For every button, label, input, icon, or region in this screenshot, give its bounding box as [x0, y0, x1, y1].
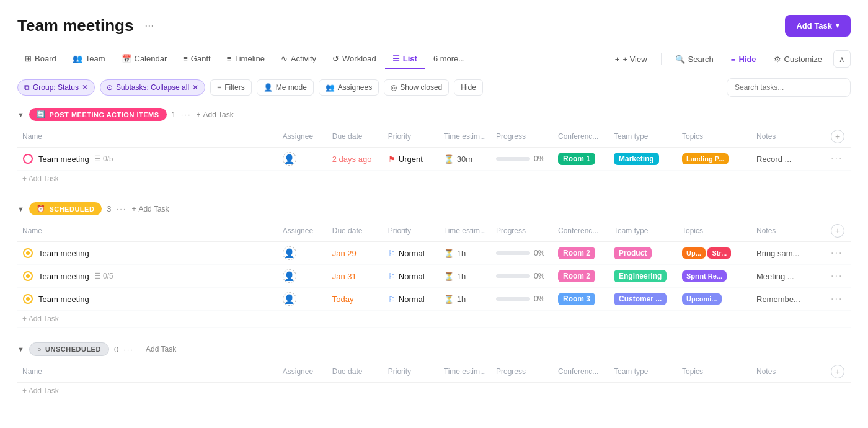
task-priority-cell[interactable]: ⚐ Normal	[383, 288, 439, 311]
filters-button[interactable]: ≡ Filters	[210, 79, 252, 96]
task-actions-cell[interactable]: ···	[826, 242, 851, 265]
section-header-post_meeting[interactable]: ▼ 🔄 POST MEETING ACTION ITEMS 1 ··· + Ad…	[17, 108, 851, 121]
tab-more[interactable]: 6 more...	[426, 49, 472, 69]
task-time-cell[interactable]: ⏳ 1h	[439, 288, 491, 311]
me-mode-button[interactable]: 👤 Me mode	[257, 79, 314, 96]
task-priority-cell[interactable]: ⚐ Normal	[383, 242, 439, 265]
section-dots-scheduled[interactable]: ···	[117, 204, 127, 213]
tab-board[interactable]: ⊞ Board	[17, 49, 64, 69]
add-task-row-scheduled[interactable]: + Add Task	[17, 311, 851, 328]
topic-badge: Upcomi...	[682, 293, 722, 305]
tab-activity[interactable]: ∿ Activity	[273, 49, 324, 69]
assignee-add-icon[interactable]: 👤	[283, 292, 296, 306]
view-button[interactable]: + + View	[609, 51, 653, 68]
assignees-button[interactable]: 👥 Assignees	[319, 79, 379, 96]
hide-button[interactable]: ≡ Hide	[725, 51, 763, 68]
task-conf-cell[interactable]: Room 2	[553, 265, 609, 288]
task-conf-cell[interactable]: Room 2	[553, 242, 609, 265]
task-topics-cell[interactable]: Upcomi...	[677, 288, 751, 311]
group-status-chip[interactable]: ⧉ Group: Status ✕	[17, 79, 95, 96]
section-header-scheduled[interactable]: ▼ ⏰ SCHEDULED 3 ··· + Add Task	[17, 202, 851, 215]
tab-gantt[interactable]: ≡ Gantt	[175, 49, 218, 69]
show-closed-button[interactable]: ◎ Show closed	[384, 79, 449, 96]
task-conf-cell[interactable]: Room 1	[553, 148, 609, 171]
add-task-row-post_meeting[interactable]: + Add Task	[17, 171, 851, 187]
task-notes-cell[interactable]: Record ...	[751, 148, 826, 171]
task-time-cell[interactable]: ⏳ 1h	[439, 242, 491, 265]
add-task-button[interactable]: Add Task ▾	[785, 15, 851, 37]
task-actions-cell[interactable]: ···	[826, 288, 851, 311]
assignee-add-icon[interactable]: 👤	[283, 269, 296, 283]
hide-toolbar-button[interactable]: Hide	[454, 79, 483, 96]
section-dots-unscheduled[interactable]: ···	[123, 345, 134, 354]
task-assignee-cell[interactable]: 👤	[278, 265, 327, 288]
task-due-cell[interactable]: Jan 31	[327, 265, 383, 288]
add-task-cell[interactable]: + Add Task	[17, 383, 851, 399]
task-name-text[interactable]: Team meeting	[38, 295, 89, 304]
task-teamtype-cell[interactable]: Product	[609, 242, 677, 265]
section-add-task-scheduled[interactable]: + Add Task	[131, 205, 169, 213]
task-name-text[interactable]: Team meeting	[38, 154, 89, 164]
task-dots-button[interactable]: ···	[831, 247, 843, 258]
task-notes-cell[interactable]: Bring sam...	[751, 242, 826, 265]
task-dots-button[interactable]: ···	[831, 153, 843, 164]
task-name-text[interactable]: Team meeting	[38, 272, 89, 281]
search-button[interactable]: 🔍 Search	[669, 51, 720, 68]
tab-team[interactable]: 👥 Team	[65, 49, 113, 69]
task-notes-cell[interactable]: Remembe...	[751, 288, 826, 311]
table-row: Team meeting ☰ 0/5 👤 Jan 31 ⚐ Normal ⏳ 1…	[17, 265, 851, 288]
search-input[interactable]	[727, 78, 851, 97]
section-header-unscheduled[interactable]: ▼ ○ UNSCHEDULED 0 ··· + Add Task	[17, 342, 851, 356]
section-add-task-unscheduled[interactable]: + Add Task	[139, 345, 176, 354]
task-assignee-cell[interactable]: 👤	[278, 288, 327, 311]
col-header-priority: Priority	[383, 126, 439, 148]
task-priority-cell[interactable]: ⚑ Urgent	[383, 148, 439, 171]
title-ellipsis[interactable]: ···	[144, 19, 154, 32]
add-column-button[interactable]: +	[831, 130, 844, 143]
task-due-cell[interactable]: 2 days ago	[327, 148, 383, 171]
col-header-add[interactable]: +	[826, 126, 851, 148]
add-task-cell[interactable]: + Add Task	[17, 171, 851, 187]
section-dots-post_meeting[interactable]: ···	[181, 110, 192, 119]
subtasks-chip[interactable]: ⊙ Subtasks: Collapse all ✕	[100, 79, 205, 96]
add-task-cell[interactable]: + Add Task	[17, 311, 851, 328]
task-actions-cell[interactable]: ···	[826, 148, 851, 171]
hourglass-icon: ⏳	[444, 272, 454, 281]
task-assignee-cell[interactable]: 👤	[278, 242, 327, 265]
col-header-add[interactable]: +	[826, 220, 851, 242]
topic-badge: Landing P...	[682, 153, 728, 164]
task-dots-button[interactable]: ···	[831, 270, 843, 281]
col-header-add[interactable]: +	[826, 361, 851, 383]
task-due-cell[interactable]: Today	[327, 288, 383, 311]
tab-list[interactable]: ☰ List	[385, 49, 425, 69]
task-conf-cell[interactable]: Room 3	[553, 288, 609, 311]
assignee-add-icon[interactable]: 👤	[283, 152, 296, 166]
task-actions-cell[interactable]: ···	[826, 265, 851, 288]
task-dots-button[interactable]: ···	[831, 293, 843, 304]
task-time-cell[interactable]: ⏳ 30m	[439, 148, 491, 171]
assignee-add-icon[interactable]: 👤	[283, 246, 296, 260]
task-priority-cell[interactable]: ⚐ Normal	[383, 265, 439, 288]
task-topics-cell[interactable]: Sprint Re...	[677, 265, 751, 288]
task-due-cell[interactable]: Jan 29	[327, 242, 383, 265]
tab-workload[interactable]: ↺ Workload	[325, 49, 384, 69]
task-assignee-cell[interactable]: 👤	[278, 148, 327, 171]
customize-button[interactable]: ⚙ Customize	[768, 51, 828, 68]
task-teamtype-cell[interactable]: Customer ...	[609, 288, 677, 311]
add-column-button[interactable]: +	[831, 365, 844, 378]
task-name-text[interactable]: Team meeting	[38, 249, 89, 258]
task-time-cell[interactable]: ⏳ 1h	[439, 265, 491, 288]
progress-value: 0%	[534, 154, 544, 163]
tab-timeline[interactable]: ≡ Timeline	[219, 49, 272, 69]
collapse-button[interactable]: ∧	[833, 50, 851, 68]
add-task-row-unscheduled[interactable]: + Add Task	[17, 383, 851, 399]
add-column-button[interactable]: +	[831, 224, 844, 238]
show-closed-label: Show closed	[400, 83, 442, 92]
task-teamtype-cell[interactable]: Marketing	[609, 148, 677, 171]
task-topics-cell[interactable]: Landing P...	[677, 148, 751, 171]
task-topics-cell[interactable]: Up... Str...	[677, 242, 751, 265]
tab-calendar[interactable]: 📅 Calendar	[114, 49, 175, 69]
section-add-task-post_meeting[interactable]: + Add Task	[197, 110, 234, 119]
task-teamtype-cell[interactable]: Engineering	[609, 265, 677, 288]
task-notes-cell[interactable]: Meeting ...	[751, 265, 826, 288]
